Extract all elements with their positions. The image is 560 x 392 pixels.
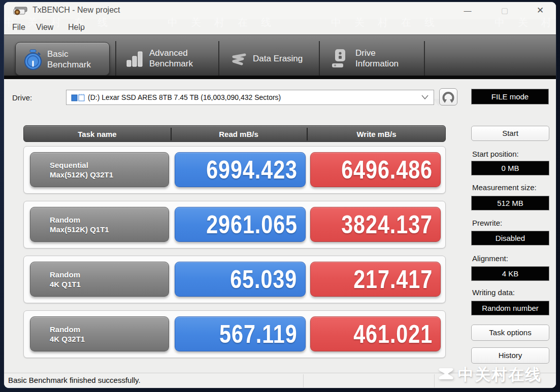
partition-icon bbox=[71, 94, 85, 102]
status-message: Basic Benchmark finished successfully. bbox=[8, 376, 141, 384]
eraser-icon bbox=[228, 53, 248, 66]
tab-divider bbox=[218, 41, 219, 77]
prewrite-field[interactable]: Disabled bbox=[471, 231, 549, 245]
write-result: 461.021 bbox=[310, 316, 441, 351]
menu-file[interactable]: File bbox=[9, 22, 28, 33]
read-result: 65.039 bbox=[175, 262, 306, 297]
file-mode-button[interactable]: FILE mode bbox=[471, 89, 549, 104]
title-bar: TxBENCH - New project — ▢ ✕ bbox=[4, 2, 556, 19]
tab-basic-benchmark-label: Basic Benchmark bbox=[47, 49, 91, 70]
writing-data-label: Writing data: bbox=[472, 288, 515, 297]
bar-chart-icon bbox=[125, 49, 145, 68]
tab-divider bbox=[115, 41, 116, 77]
alignment-field[interactable]: 4 KB bbox=[471, 266, 549, 281]
read-result: 2961.065 bbox=[175, 207, 306, 242]
refresh-drives-button[interactable] bbox=[439, 88, 457, 105]
benchmark-row-random-512k-q1t1: Random Max(512K) Q1T1 2961.065 3824.137 bbox=[23, 201, 446, 248]
read-result: 567.119 bbox=[175, 316, 306, 351]
measurement-size-label: Measurement size: bbox=[472, 183, 537, 192]
refresh-icon bbox=[440, 89, 457, 105]
drive-selected-value: (D:) Lexar SSD ARES 8TB 7.45 TB (16,003,… bbox=[88, 90, 281, 104]
benchmark-row-random-4k-q32t1: Random 4K Q32T1 567.119 461.021 bbox=[23, 310, 446, 358]
history-button[interactable]: History bbox=[471, 347, 549, 364]
tab-divider bbox=[424, 41, 425, 77]
prewrite-label: Prewrite: bbox=[472, 219, 502, 227]
header-write-mbs: Write mB/s bbox=[307, 126, 446, 142]
menu-bar: File View Help bbox=[4, 19, 556, 34]
tab-data-erasing[interactable]: Data Erasing bbox=[225, 42, 318, 76]
task-options-button[interactable]: Task options bbox=[471, 325, 549, 341]
write-result: 3824.137 bbox=[310, 207, 441, 242]
window-title: TxBENCH - New project bbox=[32, 6, 120, 15]
menu-help[interactable]: Help bbox=[65, 22, 88, 33]
status-divider bbox=[434, 374, 435, 387]
alignment-label: Alignment: bbox=[472, 254, 508, 263]
measurement-size-field[interactable]: 512 MB bbox=[471, 196, 549, 210]
task-name-button[interactable]: Sequential Max(512K) Q32T1 bbox=[30, 152, 169, 187]
minimize-button[interactable]: — bbox=[458, 3, 477, 18]
maximize-button[interactable]: ▢ bbox=[495, 3, 514, 18]
results-table-header: Task name Read mB/s Write mB/s bbox=[23, 125, 446, 142]
menu-view[interactable]: View bbox=[33, 22, 56, 33]
write-result: 6496.486 bbox=[310, 152, 441, 187]
app-window: TxBENCH - New project — ▢ ✕ File View He… bbox=[4, 2, 556, 388]
tab-drive-information-label: Drive Information bbox=[355, 48, 399, 69]
benchmark-row-sequential-q32t1: Sequential Max(512K) Q32T1 6994.423 6496… bbox=[23, 146, 446, 194]
close-button[interactable]: ✕ bbox=[531, 3, 550, 18]
writing-data-field[interactable]: Random number bbox=[471, 301, 549, 315]
start-position-field[interactable]: 0 MB bbox=[471, 161, 549, 175]
write-result: 217.417 bbox=[310, 262, 441, 297]
header-task-name: Task name bbox=[24, 126, 171, 142]
tab-data-erasing-label: Data Erasing bbox=[253, 53, 303, 64]
start-button[interactable]: Start bbox=[471, 126, 549, 141]
benchmark-row-random-4k-q1t1: Random 4K Q1T1 65.039 217.417 bbox=[23, 256, 446, 303]
task-name-button[interactable]: Random 4K Q32T1 bbox=[30, 316, 169, 351]
tab-drive-information[interactable]: Drive Information bbox=[327, 42, 421, 76]
tab-bar: Basic Benchmark Advanced Benchmark Data … bbox=[4, 34, 556, 79]
drive-icon bbox=[330, 48, 350, 69]
tab-advanced-benchmark[interactable]: Advanced Benchmark bbox=[123, 42, 217, 76]
tab-basic-benchmark[interactable]: Basic Benchmark bbox=[15, 42, 110, 76]
tab-advanced-benchmark-label: Advanced Benchmark bbox=[149, 48, 193, 69]
drive-label: Drive: bbox=[12, 93, 32, 102]
stopwatch-icon bbox=[23, 49, 43, 70]
task-name-button[interactable]: Random 4K Q1T1 bbox=[30, 262, 169, 297]
status-divider bbox=[303, 374, 304, 387]
status-bar: Basic Benchmark finished successfully. bbox=[4, 373, 556, 388]
header-read-mbs: Read mB/s bbox=[171, 126, 307, 142]
start-position-label: Start position: bbox=[472, 150, 519, 158]
task-name-button[interactable]: Random Max(512K) Q1T1 bbox=[30, 207, 169, 242]
chevron-down-icon bbox=[421, 95, 429, 99]
read-result: 6994.423 bbox=[175, 152, 306, 187]
app-icon bbox=[13, 6, 28, 16]
tab-divider bbox=[319, 41, 320, 77]
drive-select[interactable]: (D:) Lexar SSD ARES 8TB 7.45 TB (16,003,… bbox=[66, 90, 434, 105]
